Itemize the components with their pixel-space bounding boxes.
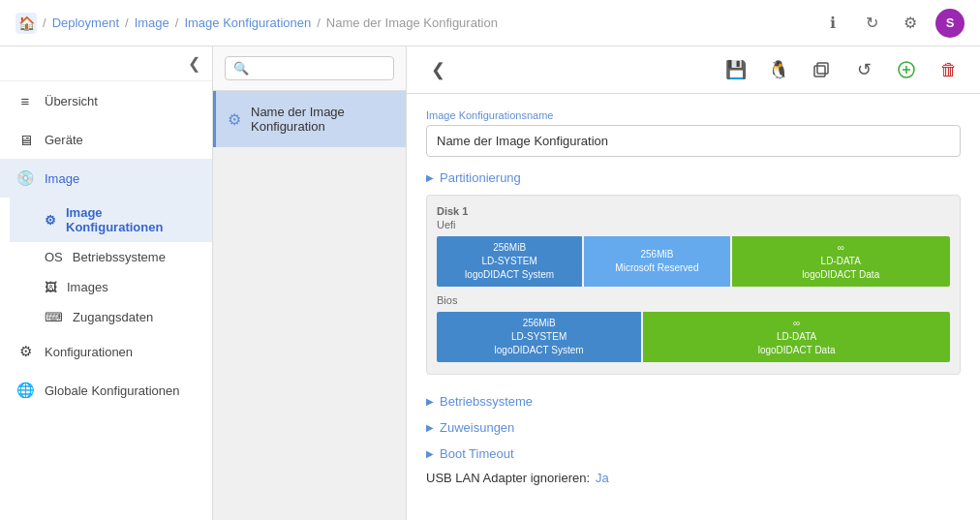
disk-bios-label: Bios [437, 294, 950, 306]
bios-part-system: 256MiB LD-SYSTEM logoDIDACT System [437, 312, 641, 362]
toolbar-right: 💾 🐧 ↺ 🗑 [720, 54, 965, 85]
home-icon[interactable]: 🏠 [15, 13, 37, 34]
sidebar-sub-label-images: Images [67, 280, 108, 294]
uefi-part-reserved: 256MiB Microsoft Reserved [584, 236, 729, 287]
partitionierung-chevron: ▶ [426, 172, 434, 183]
betriebssysteme-section[interactable]: ▶ Betriebssysteme [426, 388, 961, 414]
betriebssysteme-icon: OS [45, 250, 63, 264]
delete-button[interactable]: 🗑 [934, 54, 965, 85]
add-button[interactable] [891, 54, 922, 85]
sidebar: ❮ ≡ Übersicht 🖥 Geräte 💿 Image ⚙ Image K… [0, 46, 213, 520]
sidebar-sub-images[interactable]: 🖼 Images [10, 272, 212, 302]
sidebar-toggle-area: ❮ [0, 46, 212, 81]
usb-line: USB LAN Adapter ignorieren: Ja [426, 471, 961, 485]
sidebar-sub-label-image-konfigurationen: Image Konfigurationen [66, 205, 197, 234]
partitionierung-section-header[interactable]: ▶ Partitionierung [426, 170, 961, 185]
back-button[interactable]: ❮ [422, 54, 453, 85]
bios-disk-row: 256MiB LD-SYSTEM logoDIDACT System ∞ LD-… [437, 312, 950, 362]
sidebar-sub-betriebssysteme[interactable]: OS Betriebssysteme [10, 242, 212, 272]
uefi-disk-row: 256MiB LD-SYSTEM logoDIDACT System 256Mi… [437, 236, 950, 287]
sidebar-sub-label-zugangsdaten: Zugangsdaten [73, 310, 153, 324]
zuweisungen-section[interactable]: ▶ Zuweisungen [426, 414, 961, 441]
uebersicht-icon: ≡ [15, 91, 35, 110]
info-icon[interactable]: ℹ [819, 10, 846, 37]
breadcrumb-image[interactable]: Image [135, 15, 169, 30]
geraete-icon: 🖥 [15, 130, 35, 149]
sidebar-sub-zugangsdaten[interactable]: ⌨ Zugangsdaten [10, 302, 212, 332]
config-name-input[interactable] [426, 125, 961, 157]
settings-icon[interactable]: ⚙ [897, 10, 924, 37]
linux-button[interactable]: 🐧 [763, 54, 794, 85]
breadcrumb-image-konfigurationen[interactable]: Image Konfigurationen [184, 15, 311, 30]
breadcrumb-sep1: / [43, 15, 46, 30]
search-box[interactable]: 🔍 [225, 56, 394, 80]
breadcrumb-sep2: / [125, 15, 129, 30]
content-area: ❮ 💾 🐧 ↺ [407, 46, 980, 520]
header-icons: ℹ ↻ ⚙ S [819, 9, 965, 38]
add-icon [897, 60, 916, 79]
copy-icon [812, 61, 830, 78]
images-icon: 🖼 [45, 280, 57, 294]
config-name-label: Image Konfigurationsname [426, 109, 961, 121]
copy-button[interactable] [806, 54, 837, 85]
svg-rect-0 [814, 66, 825, 76]
config-item-label: Name der Image Konfiguration [251, 105, 345, 134]
sidebar-item-globale[interactable]: 🌐 Globale Konfigurationen [0, 371, 212, 410]
breadcrumb-sep4: / [317, 15, 321, 30]
sidebar-section-image: ⚙ Image Konfigurationen OS Betriebssyste… [10, 198, 212, 332]
uefi-part-system: 256MiB LD-SYSTEM logoDIDACT System [437, 236, 582, 287]
sidebar-label-geraete: Geräte [45, 133, 83, 147]
usb-value: Ja [596, 471, 609, 485]
disk-container: Disk 1 Uefi 256MiB LD-SYSTEM logoDIDACT … [426, 195, 961, 375]
top-header: 🏠 / Deployment / Image / Image Konfigura… [0, 0, 980, 46]
main-content: Image Konfigurationsname ▶ Partitionieru… [407, 94, 980, 520]
sidebar-item-uebersicht[interactable]: ≡ Übersicht [0, 81, 212, 120]
sidebar-sub-label-betriebssysteme: Betriebssysteme [73, 250, 166, 264]
config-item-gear-icon: ⚙ [228, 110, 241, 129]
save-button[interactable]: 💾 [720, 54, 751, 85]
disk-title: Disk 1 [437, 205, 950, 217]
sidebar-toggle-button[interactable]: ❮ [188, 54, 200, 73]
sidebar-item-konfigurationen[interactable]: ⚙ Konfigurationen [0, 332, 212, 371]
globale-icon: 🌐 [15, 381, 35, 400]
svg-rect-1 [817, 63, 828, 74]
sidebar-label-konfigurationen: Konfigurationen [45, 345, 133, 359]
middle-search-area: 🔍 [213, 46, 406, 91]
middle-panel: 🔍 ⚙ Name der Image Konfiguration [213, 46, 407, 520]
breadcrumb-deployment[interactable]: Deployment [52, 15, 119, 30]
sidebar-item-geraete[interactable]: 🖥 Geräte [0, 120, 212, 159]
breadcrumb-current: Name der Image Konfiguration [326, 15, 498, 30]
main-layout: ❮ ≡ Übersicht 🖥 Geräte 💿 Image ⚙ Image K… [0, 46, 980, 520]
konfigurationen-icon: ⚙ [15, 342, 35, 361]
search-input[interactable] [255, 62, 385, 76]
partitionierung-label: Partitionierung [440, 170, 521, 185]
image-icon: 💿 [15, 168, 35, 188]
breadcrumb: 🏠 / Deployment / Image / Image Konfigura… [15, 13, 498, 34]
undo-button[interactable]: ↺ [848, 54, 879, 85]
boot-timeout-section-label: Boot Timeout [440, 446, 514, 461]
disk-uefi-label: Uefi [437, 219, 950, 230]
boot-timeout-section[interactable]: ▶ Boot Timeout [426, 441, 961, 467]
sidebar-label-uebersicht: Übersicht [45, 94, 98, 108]
uefi-part-data: ∞ LD-DATA logoDIDACT Data [732, 236, 950, 287]
image-konfigurationen-icon: ⚙ [45, 213, 56, 228]
betriebssysteme-chevron: ▶ [426, 396, 434, 407]
betriebssysteme-section-label: Betriebssysteme [440, 394, 533, 409]
refresh-icon[interactable]: ↻ [858, 10, 885, 37]
sidebar-label-globale: Globale Konfigurationen [45, 383, 180, 398]
user-avatar[interactable]: S [935, 9, 965, 38]
zugangsdaten-icon: ⌨ [45, 310, 63, 324]
zuweisungen-section-label: Zuweisungen [440, 420, 514, 435]
usb-label: USB LAN Adapter ignorieren: [426, 471, 590, 485]
sidebar-sub-image-konfigurationen[interactable]: ⚙ Image Konfigurationen [10, 198, 212, 242]
search-icon: 🔍 [233, 61, 249, 76]
sidebar-label-image: Image [45, 171, 79, 186]
zuweisungen-chevron: ▶ [426, 422, 434, 433]
bios-part-data: ∞ LD-DATA logoDIDACT Data [643, 312, 950, 362]
toolbar-left: ❮ [422, 54, 453, 85]
breadcrumb-sep3: / [175, 15, 179, 30]
content-toolbar: ❮ 💾 🐧 ↺ [407, 46, 980, 94]
config-list-item[interactable]: ⚙ Name der Image Konfiguration [213, 91, 406, 147]
sidebar-item-image[interactable]: 💿 Image [0, 159, 212, 198]
boot-timeout-chevron: ▶ [426, 448, 434, 459]
